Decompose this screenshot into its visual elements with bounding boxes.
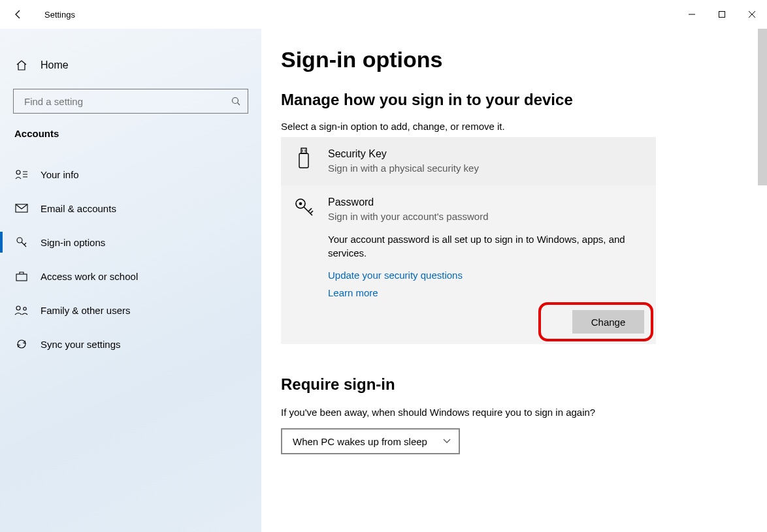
svg-point-9 [17,238,22,243]
mail-icon [14,201,29,215]
svg-point-18 [299,202,302,205]
sidebar-item-your-info[interactable]: Your info [0,157,261,191]
sidebar-item-signin[interactable]: Sign-in options [0,225,261,259]
dropdown-value: When PC wakes up from sleep [293,436,427,447]
svg-rect-10 [16,274,27,281]
svg-rect-13 [301,148,306,153]
svg-rect-14 [299,153,308,168]
option-title: Security Key [328,148,479,161]
svg-point-4 [16,170,20,174]
people-icon [14,303,29,317]
svg-line-3 [238,103,240,106]
sidebar-item-label: Sign-in options [41,237,105,248]
briefcase-icon [14,269,29,283]
key-large-icon [293,196,315,218]
change-button[interactable]: Change [572,310,644,334]
search-input-wrapper[interactable] [13,89,248,114]
sidebar-item-label: Access work or school [41,271,138,282]
page-title: Sign-in options [281,47,749,72]
sidebar-home-label: Home [41,59,69,71]
svg-point-2 [233,98,238,104]
chevron-down-icon [443,439,451,444]
window-title: Settings [44,10,75,20]
sidebar-item-label: Email & accounts [41,203,116,214]
sidebar-section: Accounts [13,128,248,139]
titlebar: Settings [0,0,767,29]
sidebar-item-label: Sync your settings [41,339,121,350]
sync-icon [14,337,29,351]
update-questions-link[interactable]: Update your security questions [328,270,644,281]
sidebar-item-family[interactable]: Family & other users [0,293,261,327]
svg-point-11 [16,306,20,310]
option-security-key[interactable]: Security Key Sign in with a physical sec… [281,137,656,185]
search-input[interactable] [23,95,231,108]
require-question: If you've been away, when should Windows… [281,407,749,418]
maximize-button[interactable] [707,0,737,29]
svg-rect-1 [719,12,725,18]
require-heading: Require sign-in [281,375,749,394]
search-icon [231,96,241,106]
option-subtitle: Sign in with a physical security key [328,161,479,175]
sidebar-home[interactable]: Home [13,51,248,80]
sidebar: Home Accounts Your info Email & accounts [0,29,261,532]
close-button[interactable] [737,0,767,29]
main-content: Sign-in options Manage how you sign in t… [261,29,767,532]
require-dropdown[interactable]: When PC wakes up from sleep [281,428,460,454]
home-icon [14,58,29,72]
sidebar-item-work[interactable]: Access work or school [0,259,261,293]
option-subtitle: Sign in with your account's password [328,210,489,223]
password-body-text: Your account password is all set up to s… [328,232,644,261]
user-info-icon [14,167,29,181]
option-title: Password [328,196,489,210]
back-button[interactable] [12,8,25,21]
sidebar-item-label: Your info [41,169,79,180]
usb-key-icon [293,148,315,170]
sidebar-item-label: Family & other users [41,305,131,316]
scrollbar[interactable] [758,29,767,185]
learn-more-link[interactable]: Learn more [328,287,644,298]
svg-point-12 [24,307,26,310]
key-icon [14,235,29,249]
minimize-button[interactable] [677,0,707,29]
option-password[interactable]: Password Sign in with your account's pas… [281,185,656,344]
sidebar-item-email[interactable]: Email & accounts [0,191,261,225]
instruction-text: Select a sign-in option to add, change, … [281,121,749,132]
manage-heading: Manage how you sign in to your device [281,91,749,109]
sidebar-item-sync[interactable]: Sync your settings [0,327,261,361]
